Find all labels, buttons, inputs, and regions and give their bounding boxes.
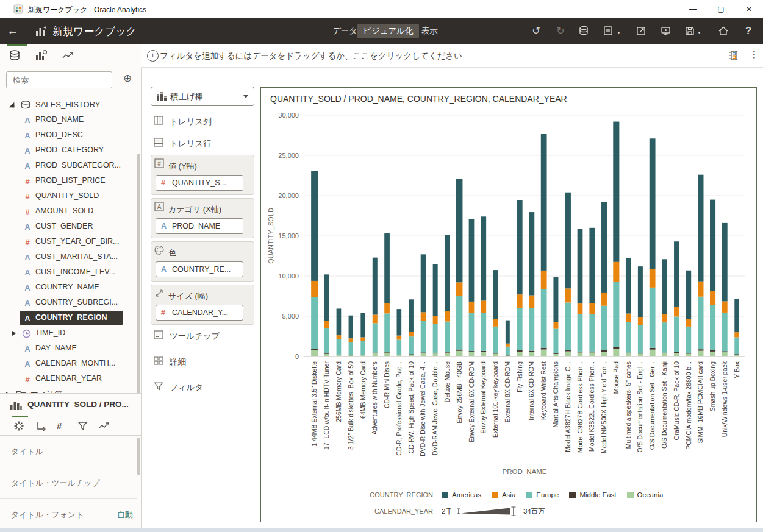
search-box[interactable] — [6, 71, 112, 88]
bar-segment-middle-east[interactable] — [662, 353, 667, 353]
bar-segment-asia[interactable] — [722, 301, 728, 312]
bar-segment-europe[interactable] — [529, 308, 535, 351]
bar-segment-oceania[interactable] — [373, 353, 378, 356]
bar-segment-americas[interactable] — [626, 258, 631, 314]
category-x-axis-section[interactable]: A カテゴリ (X軸) A PROD_NAME — [151, 198, 254, 238]
bar-segment-oceania[interactable] — [638, 353, 643, 356]
add-filter-icon[interactable]: + — [147, 50, 159, 62]
bar-segment-oceania[interactable] — [686, 354, 691, 356]
bar-segment-middle-east[interactable] — [506, 355, 510, 356]
bar-segment-europe[interactable] — [601, 306, 607, 350]
bar-segment-middle-east[interactable] — [337, 355, 342, 355]
bar-segment-oceania[interactable] — [421, 353, 426, 356]
viz-type-dropdown[interactable]: 積上げ棒 — [151, 87, 254, 106]
pill-prod-name[interactable]: A PROD_NAME — [156, 218, 243, 234]
bar-segment-middle-east[interactable] — [626, 353, 631, 353]
open-in-window-icon[interactable] — [636, 25, 649, 37]
bar-segment-asia[interactable] — [445, 311, 450, 321]
trellis-columns-drop-target[interactable]: トレリス列 — [154, 115, 251, 128]
bar-segment-europe[interactable] — [506, 347, 510, 355]
bar-segment-asia[interactable] — [638, 317, 643, 325]
bar-segment-oceania[interactable] — [324, 354, 329, 356]
bar-segment-asia[interactable] — [469, 302, 475, 313]
bar-segment-asia[interactable] — [349, 338, 353, 342]
bar-segment-americas[interactable] — [433, 264, 438, 316]
bar-segment-europe[interactable] — [674, 316, 679, 352]
bar-segment-oceania[interactable] — [650, 350, 656, 356]
props-scrollbar[interactable] — [137, 438, 140, 475]
bar-segment-americas[interactable] — [481, 216, 486, 300]
present-monitor-icon[interactable] — [660, 25, 673, 37]
bar-segment-europe[interactable] — [456, 296, 462, 350]
bar-segment-asia[interactable] — [421, 312, 426, 321]
bar-segment-americas[interactable] — [469, 219, 475, 302]
window-close-button[interactable]: ✕ — [735, 0, 763, 18]
legend-item-middle-east[interactable]: Middle East — [569, 491, 616, 498]
values-y-axis-section[interactable]: # 値 (Y軸) # QUANTITY_S... — [151, 155, 254, 195]
bar-segment-middle-east[interactable] — [456, 350, 462, 351]
tree-root-sales-history[interactable]: SALES_HISTORY — [0, 98, 141, 113]
general-settings-gear-icon[interactable] — [13, 420, 26, 431]
bar-segment-americas[interactable] — [493, 270, 498, 319]
bar-segment-oceania[interactable] — [349, 355, 353, 356]
canvas-menu-kebab-icon[interactable]: ⋮ — [750, 49, 758, 62]
bar-segment-americas[interactable] — [517, 200, 523, 294]
color-section[interactable]: 色 A COUNTRY_RE... — [151, 241, 254, 282]
bar-segment-americas[interactable] — [324, 274, 329, 321]
pill-quantity-sold[interactable]: # QUANTITY_S... — [156, 175, 243, 191]
tree-item-cust-gender[interactable]: ACUST_GENDER — [0, 219, 141, 235]
bar-segment-europe[interactable] — [373, 323, 378, 352]
prop-row-title-font[interactable]: タイトル・フォント 自動 — [0, 498, 137, 530]
bar-segment-asia[interactable] — [433, 316, 438, 324]
bar-segment-asia[interactable] — [529, 296, 535, 308]
bar-segment-oceania[interactable] — [360, 355, 365, 356]
bar-segment-asia[interactable] — [481, 300, 486, 313]
bar-segment-europe[interactable] — [517, 308, 523, 350]
bar-segment-middle-east[interactable] — [373, 353, 378, 353]
bar-segment-asia[interactable] — [373, 314, 378, 323]
bar-segment-oceania[interactable] — [481, 352, 486, 356]
tree-item-cust-year-of-bir-[interactable]: #CUST_YEAR_OF_BIR... — [0, 235, 141, 250]
size-width-section[interactable]: サイズ (幅) # CALENDAR_Y... — [151, 285, 254, 325]
bar-segment-europe[interactable] — [421, 321, 426, 352]
bar-segment-americas[interactable] — [445, 235, 450, 311]
bar-segment-middle-east[interactable] — [433, 353, 438, 353]
tree-item-country-name[interactable]: ACOUNTRY_NAME — [0, 280, 141, 296]
bar-segment-asia[interactable] — [710, 291, 715, 305]
tree-item-amount-sold[interactable]: #AMOUNT_SOLD — [0, 204, 141, 219]
bar-segment-asia[interactable] — [397, 336, 402, 340]
bar-segment-europe[interactable] — [481, 313, 486, 351]
bar-segment-oceania[interactable] — [445, 353, 450, 356]
bar-segment-oceania[interactable] — [529, 352, 535, 356]
visualization-card[interactable]: QUANTITY_SOLD / PROD_NAME, COUNTRY_REGIO… — [260, 87, 757, 522]
bar-segment-europe[interactable] — [686, 327, 691, 353]
tree-scrollbar[interactable] — [137, 154, 140, 397]
bar-segment-oceania[interactable] — [589, 352, 595, 356]
bar-segment-asia[interactable] — [734, 332, 739, 337]
bar-segment-americas[interactable] — [421, 254, 426, 312]
bar-segment-americas[interactable] — [360, 313, 365, 337]
values-props-icon[interactable]: # — [57, 420, 62, 431]
bar-segment-middle-east[interactable] — [397, 355, 402, 355]
analytics-props-icon[interactable] — [98, 420, 111, 431]
bar-segment-americas[interactable] — [384, 233, 390, 303]
bar-segment-middle-east[interactable] — [698, 349, 703, 350]
bar-segment-middle-east[interactable] — [578, 352, 583, 353]
tree-item-prod-list-price[interactable]: #PROD_LIST_PRICE — [0, 174, 141, 189]
tree-item-calendar-month-[interactable]: ACALENDAR_MONTH... — [0, 356, 141, 372]
bar-segment-oceania[interactable] — [710, 352, 715, 356]
bar-segment-asia[interactable] — [493, 319, 498, 326]
bar-segment-middle-east[interactable] — [686, 353, 691, 353]
bar-segment-europe[interactable] — [384, 313, 390, 352]
add-dataset-icon[interactable]: ⊕ — [123, 73, 134, 84]
bar-segment-americas[interactable] — [553, 277, 558, 322]
bar-segment-europe[interactable] — [311, 297, 318, 349]
bar-segment-europe[interactable] — [493, 327, 498, 353]
analytics-tab-icon[interactable] — [61, 49, 76, 62]
bar-segment-oceania[interactable] — [433, 353, 438, 356]
bar-segment-middle-east[interactable] — [409, 354, 414, 355]
bar-segment-asia[interactable] — [674, 307, 679, 316]
bar-segment-middle-east[interactable] — [650, 348, 656, 350]
bar-segment-europe[interactable] — [578, 314, 583, 352]
help-icon[interactable]: ? — [742, 25, 755, 37]
